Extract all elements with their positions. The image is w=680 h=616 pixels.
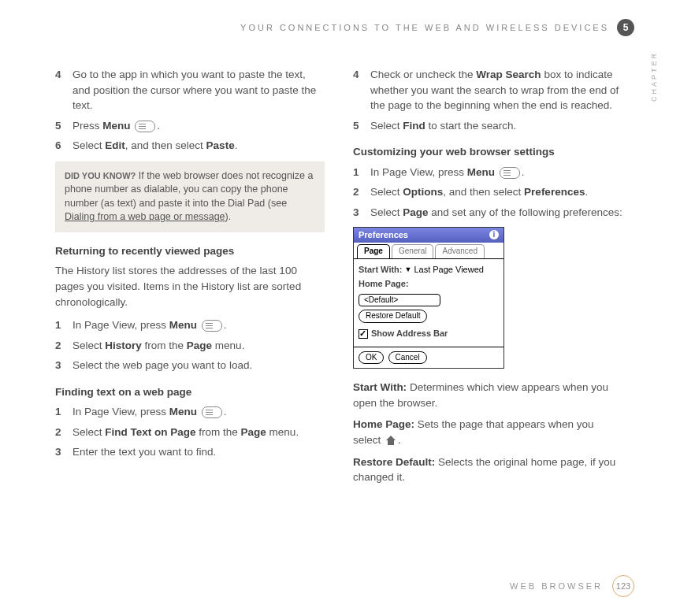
did-you-know-callout: DID YOU KNOW? If the web browser does no… — [55, 161, 325, 232]
left-column: 4 Go to the app in which you want to pas… — [55, 67, 325, 492]
pref-description: Start With: Determines which view appear… — [353, 380, 622, 410]
preferences-dialog: Preferences i Page General Advanced Star… — [353, 227, 504, 369]
step-item: 6 Select Edit, and then select Paste. — [55, 138, 325, 154]
step-item: 1 In Page View, press Menu . — [353, 165, 622, 180]
page-header: YOUR CONNECTIONS TO THE WEB AND WIRELESS… — [240, 19, 634, 36]
dialog-title: Preferences — [359, 229, 408, 242]
tab-advanced: Advanced — [435, 244, 484, 258]
section-title: Customizing your web browser settings — [353, 144, 622, 160]
step-item: 2 Select Find Text on Page from the Page… — [55, 425, 325, 440]
step-item: 5 Select Find to start the search. — [353, 118, 622, 134]
tab-general: General — [392, 244, 434, 258]
running-title: YOUR CONNECTIONS TO THE WEB AND WIRELESS… — [240, 23, 609, 32]
step-text: Go to the app in which you want to paste… — [72, 67, 325, 113]
section-intro: The History list stores the addresses of… — [55, 263, 325, 310]
main-content: 4 Go to the app in which you want to pas… — [55, 67, 622, 492]
restore-default-button: Restore Default — [359, 310, 427, 323]
step-item: 4 Go to the app in which you want to pas… — [55, 67, 325, 113]
step-item: 3 Select Page and set any of the followi… — [353, 205, 622, 221]
home-page-field: <Default> — [359, 294, 440, 307]
dialog-body: Start With: ▼ Last Page Viewed Home Page… — [354, 259, 503, 347]
callout-label: DID YOU KNOW? — [65, 171, 136, 180]
page-footer: WEB BROWSER 123 — [510, 575, 634, 597]
dialog-tabs: Page General Advanced — [354, 244, 503, 259]
chapter-side-label: CHAPTER — [650, 51, 658, 102]
step-text: Press Menu . — [72, 118, 325, 134]
step-item: 5 Press Menu . — [55, 118, 325, 134]
dropdown-icon: ▼ — [405, 265, 412, 275]
dialog-titlebar: Preferences i — [354, 228, 503, 243]
home-icon — [385, 436, 396, 445]
callout-link: Dialing from a web page or message — [65, 211, 225, 222]
footer-section: WEB BROWSER — [510, 581, 603, 591]
pref-description: Restore Default: Selects the original ho… — [353, 455, 622, 485]
step-item: 1 In Page View, press Menu . — [55, 317, 325, 333]
menu-icon — [202, 406, 222, 418]
show-address-row: Show Address Bar — [359, 328, 499, 340]
step-text: Select Edit, and then select Paste. — [72, 138, 325, 154]
step-item: 3 Enter the text you want to find. — [55, 444, 325, 460]
step-item: 3 Select the web page you want to load. — [55, 358, 325, 373]
cancel-button: Cancel — [388, 351, 427, 365]
menu-icon — [202, 320, 222, 332]
chapter-number-badge: 5 — [617, 19, 634, 36]
right-column: 4 Check or uncheck the Wrap Search box t… — [353, 67, 622, 492]
ok-button: OK — [359, 351, 384, 365]
home-page-label-row: Home Page: — [359, 278, 499, 291]
section-title: Finding text on a web page — [55, 384, 325, 400]
menu-icon — [135, 121, 155, 132]
step-item: 1 In Page View, press Menu . — [55, 404, 325, 420]
dialog-footer: OK Cancel — [354, 347, 503, 369]
step-item: 4 Check or uncheck the Wrap Search box t… — [353, 67, 622, 113]
section-title: Returning to recently viewed pages — [55, 243, 325, 259]
tab-page: Page — [357, 244, 390, 258]
pref-description: Home Page: Sets the page that appears wh… — [353, 417, 622, 447]
step-item: 2 Select History from the Page menu. — [55, 338, 325, 354]
start-with-row: Start With: ▼ Last Page Viewed — [359, 264, 499, 276]
step-item: 2 Select Options, and then select Prefer… — [353, 184, 622, 200]
checkbox-icon — [359, 329, 368, 339]
menu-icon — [500, 167, 520, 179]
info-icon: i — [489, 230, 499, 239]
page-number: 123 — [612, 575, 634, 597]
